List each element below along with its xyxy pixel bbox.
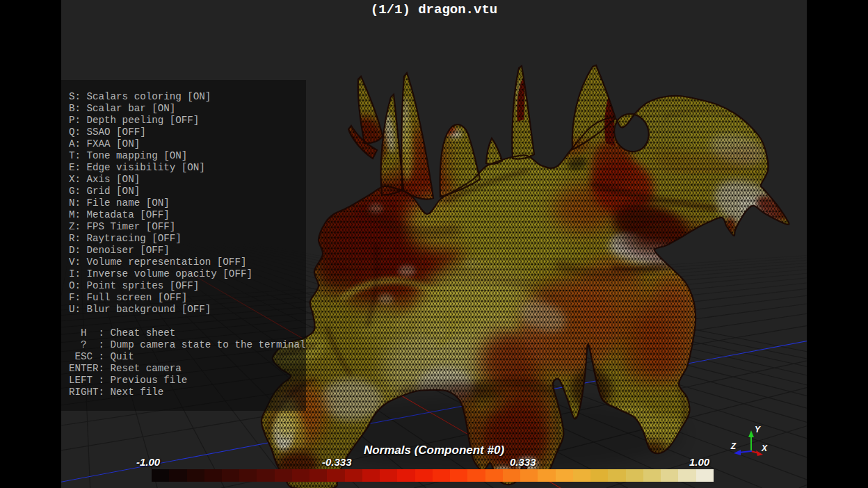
svg-text:Y: Y [755, 425, 761, 434]
